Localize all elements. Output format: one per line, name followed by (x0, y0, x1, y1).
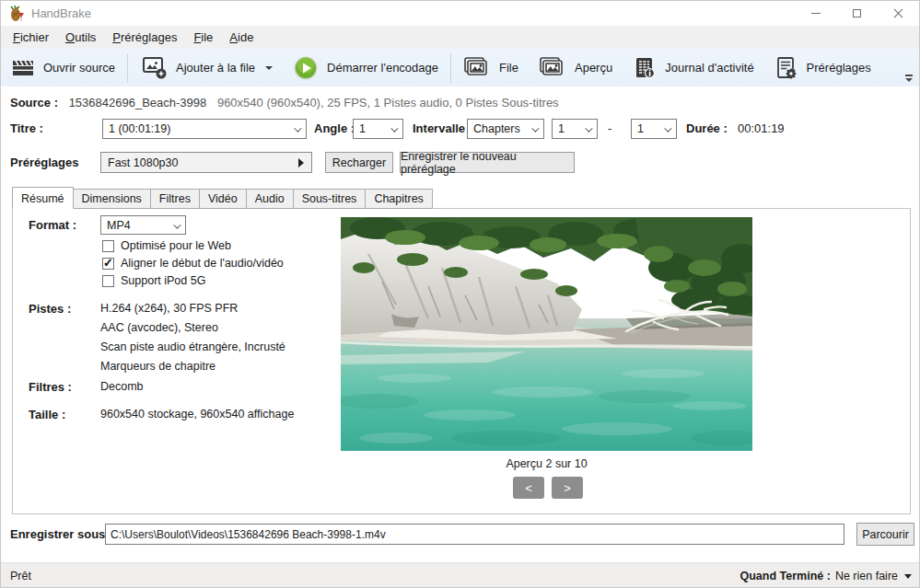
maximize-button[interactable] (836, 1, 878, 26)
track-line: AAC (avcodec), Stereo (100, 321, 218, 334)
when-done-label: Quand Terminé : (740, 570, 831, 582)
menu-bar: Fichier Outils Préréglages File Aide (1, 26, 919, 49)
when-done-dropdown[interactable]: Quand Terminé : Ne rien faire (740, 570, 912, 582)
menu-prereglages[interactable]: Préréglages (104, 28, 185, 47)
add-to-queue-icon (140, 56, 168, 80)
preview-prev-button[interactable]: < (513, 477, 544, 499)
source-name: 1536842696_Beach-3998 (69, 96, 207, 110)
chevron-down-icon (585, 124, 592, 132)
web-optimized-label: Optimisé pour le Web (121, 239, 231, 252)
queue-button[interactable]: File (453, 49, 529, 86)
presets-icon (774, 56, 798, 80)
tab-video[interactable]: Vidéo (200, 189, 247, 209)
interval-type-select[interactable]: Chapters (467, 119, 544, 139)
interval-start-select[interactable]: 1 (552, 119, 598, 139)
queue-label: File (499, 61, 518, 75)
tab-dimensions[interactable]: Dimensions (74, 189, 151, 209)
size-label: Taille : (29, 408, 65, 421)
presets-label: Préréglages (10, 156, 78, 169)
source-label: Source : (10, 96, 58, 110)
tab-resume[interactable]: Résumé (12, 187, 74, 209)
destination-path-input[interactable] (105, 524, 844, 545)
menu-fichier[interactable]: Fichier (5, 28, 57, 47)
interval-end-select[interactable]: 1 (631, 119, 677, 139)
preview-button[interactable]: Aperçu (529, 49, 623, 86)
track-line: Scan piste audio étrangère, Incrusté (100, 340, 285, 353)
chevron-down-icon (173, 221, 181, 228)
chevron-down-icon (531, 124, 539, 132)
close-icon (893, 8, 903, 18)
format-select[interactable]: MP4 (100, 215, 186, 235)
presets-toolbar-label: Préréglages (807, 61, 871, 75)
when-done-value: Ne rien faire (835, 570, 898, 582)
open-source-label: Ouvrir source (43, 61, 115, 75)
preview-icon (539, 56, 566, 80)
checkbox-box (102, 258, 114, 270)
browse-button[interactable]: Parcourir (856, 523, 914, 546)
filters-value: Decomb (100, 380, 144, 393)
chevron-down-icon (294, 124, 301, 132)
open-source-button[interactable]: Ouvrir source (1, 49, 125, 86)
align-av-start-label: Aligner le début de l'audio/vidéo (121, 257, 284, 270)
minimize-button[interactable] (795, 1, 836, 26)
queue-icon (463, 56, 491, 80)
toolbar: Ouvrir source Ajouter à la file (1, 49, 919, 86)
title-select-value: 1 (00:01:19) (109, 122, 170, 135)
preview-image (341, 217, 752, 451)
activity-log-icon (633, 56, 657, 80)
preset-selected-value: Fast 1080p30 (108, 156, 178, 169)
duration-value: 00:01:19 (738, 121, 785, 135)
ipod-support-checkbox[interactable]: Support iPod 5G (102, 274, 205, 287)
title-select[interactable]: 1 (00:01:19) (102, 119, 307, 139)
tab-sous-titres[interactable]: Sous-titres (294, 189, 367, 209)
size-value: 960x540 stockage, 960x540 affichage (100, 408, 294, 421)
menu-aide[interactable]: Aide (221, 28, 262, 47)
interval-start-value: 1 (558, 122, 565, 135)
preview-label: Aperçu (575, 61, 612, 75)
angle-select-value: 1 (359, 122, 366, 135)
angle-select[interactable]: 1 (353, 119, 403, 139)
checkbox-box (102, 240, 114, 252)
tab-audio[interactable]: Audio (247, 189, 294, 209)
tab-filtres[interactable]: Filtres (151, 189, 200, 209)
filters-label: Filtres : (29, 380, 72, 394)
web-optimized-checkbox[interactable]: Optimisé pour le Web (102, 239, 231, 252)
reload-preset-button[interactable]: Recharger (325, 152, 393, 173)
close-button[interactable] (878, 1, 919, 26)
add-to-queue-button[interactable]: Ajouter à la file (130, 49, 283, 86)
play-icon (293, 55, 319, 81)
title-bar: HandBrake (1, 1, 919, 26)
ipod-support-label: Support iPod 5G (121, 274, 205, 287)
align-av-start-checkbox[interactable]: Aligner le début de l'audio/vidéo (102, 257, 284, 270)
preset-dropdown[interactable]: Fast 1080p30 (100, 152, 312, 173)
toolbar-overflow-icon[interactable] (903, 75, 914, 84)
checkbox-box (102, 275, 114, 287)
interval-label: Intervalle : (413, 121, 472, 135)
open-source-icon (11, 57, 35, 79)
activity-log-label: Journal d'activité (665, 61, 753, 75)
status-bar: Prêt Quand Terminé : Ne rien faire (1, 562, 919, 588)
activity-log-button[interactable]: Journal d'activité (623, 49, 763, 86)
tab-chapitres[interactable]: Chapitres (366, 189, 433, 209)
source-details: 960x540 (960x540), 25 FPS, 1 Pistes audi… (217, 96, 559, 110)
preview-caption: Aperçu 2 sur 10 (341, 457, 752, 470)
add-to-queue-label: Ajouter à la file (176, 61, 255, 75)
menu-outils[interactable]: Outils (57, 28, 104, 47)
presets-button[interactable]: Préréglages (764, 49, 881, 86)
source-row: Source : 1536842696_Beach-3998 960x540 (… (10, 96, 559, 110)
handbrake-window: HandBrake Fichier Outils Préréglages Fil… (0, 0, 920, 588)
save-new-preset-button[interactable]: Enregistrer le nouveau préréglage (400, 152, 575, 173)
chevron-right-icon (298, 158, 304, 167)
tab-strip: Résumé Dimensions Filtres Vidéo Audio So… (12, 189, 433, 209)
interval-end-value: 1 (637, 122, 644, 135)
menu-file[interactable]: File (185, 28, 221, 47)
track-line: Marqueurs de chapitre (100, 360, 215, 373)
preview-next-button[interactable]: > (552, 477, 583, 499)
track-line: H.264 (x264), 30 FPS PFR (100, 302, 238, 315)
add-to-queue-caret-icon (265, 66, 273, 70)
angle-label: Angle : (314, 121, 355, 135)
handbrake-logo-icon (8, 6, 25, 22)
duration-label: Durée : (686, 121, 728, 135)
tracks-label: Pistes : (29, 302, 71, 316)
start-encode-button[interactable]: Démarrer l'encodage (283, 49, 448, 86)
